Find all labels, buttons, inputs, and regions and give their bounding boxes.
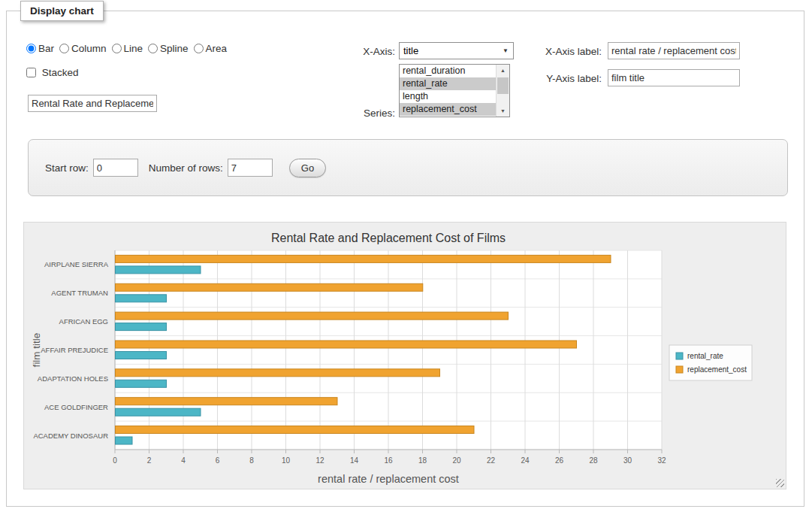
series-option-rental_duration[interactable]: rental_duration [400,65,497,77]
scroll-up-icon[interactable]: ▲ [497,65,509,76]
x-axis-title: rental rate / replacement cost [318,473,459,485]
category-label: ACADEMY DINOSAUR [33,432,108,440]
series-options: rental_durationrental_ratelengthreplacem… [400,65,497,117]
legend-swatch [676,353,683,359]
bar-rental_rate [116,352,167,359]
num-rows-label: Number of rows: [149,162,223,174]
category-label: AIRPLANE SIERRA [44,260,109,268]
xaxis-select[interactable]: title ▼ [399,42,514,59]
series-label: Series: [320,108,395,119]
bar-replacement_cost [116,255,611,262]
category-label: ACE GOLDFINGER [44,403,108,411]
x-tick-label: 12 [315,456,324,465]
chart-type-radio-bar[interactable] [26,44,36,53]
x-tick-label: 22 [487,456,496,465]
x-tick-label: 2 [147,456,152,465]
bar-replacement_cost [116,312,509,320]
x-tick-label: 18 [418,456,427,465]
chart-type-radio-label: Area [206,43,228,54]
scroll-down-icon[interactable]: ▼ [497,105,509,117]
series-option-rental_rate[interactable]: rental_rate [400,77,497,90]
legend-box [669,345,752,380]
chart-type-radio-label: Column [71,43,107,54]
chart-type-spline[interactable]: Spline [148,43,189,54]
chart-type-bar[interactable]: Bar [26,43,54,54]
series-listbox[interactable]: rental_durationrental_ratelengthreplacem… [399,64,510,117]
chart-canvas: 02468101214161820222426283032AIRPLANE SI… [26,225,783,486]
category-label: ADAPTATION HOLES [38,374,108,383]
chart-type-column[interactable]: Column [59,43,107,54]
x-tick-label: 28 [589,456,598,465]
xaxis-field-label: X-Axis label: [509,46,602,57]
legend-label: rental_rate [687,352,723,360]
start-row-label: Start row: [45,162,89,174]
bar-replacement_cost [116,426,475,434]
row-controls: Start row: Number of rows: Go [45,140,326,195]
chart-legend: rental_ratereplacement_cost [669,345,752,380]
series-option-length[interactable]: length [400,90,497,103]
legend-swatch [676,366,683,373]
resize-handle-icon[interactable] [776,479,784,487]
x-tick-label: 16 [384,456,393,465]
chart-panel: 02468101214161820222426283032AIRPLANE SI… [23,222,786,489]
chart-type-radio-label: Bar [38,43,54,54]
x-tick-label: 6 [216,456,220,465]
chart-title-input[interactable] [28,95,157,112]
chart-type-line[interactable]: Line [112,43,143,54]
legend-item-rental_rate[interactable]: rental_rate [676,352,723,360]
legend-item-replacement_cost[interactable]: replacement_cost [676,365,747,374]
yaxis-label-input[interactable] [608,69,740,86]
series-option-replacement_cost[interactable]: replacement_cost [400,103,497,116]
bar-rental_rate [116,266,201,274]
bar-replacement_cost [116,369,440,377]
bar-rental_rate [116,437,133,444]
chart-type-radio-label: Line [124,43,143,54]
chart-title: Rental Rate and Replacement Cost of Film… [271,232,506,244]
x-tick-label: 0 [113,456,117,465]
xaxis-label: X-Axis: [320,46,395,57]
chart-type-radio-line[interactable] [112,44,122,53]
x-tick-label: 32 [657,456,666,465]
go-button[interactable]: Go [289,159,326,177]
start-row-input[interactable] [93,159,138,177]
page: Display chart BarColumnLineSplineArea St… [0,0,812,512]
chart-type-area[interactable]: Area [194,43,228,54]
chevron-down-icon: ▼ [503,43,509,59]
yaxis-field-label: Y-Axis label: [509,73,602,84]
num-rows-input[interactable] [228,159,273,177]
stacked-checkbox[interactable] [26,68,36,77]
stacked-checkbox-row[interactable]: Stacked [26,67,79,78]
bar-rental_rate [116,380,167,387]
y-axis-title: film title [31,333,42,368]
row-controls-panel: Start row: Number of rows: Go [28,139,788,196]
x-tick-label: 20 [452,456,461,465]
legend-label: replacement_cost [687,365,747,374]
bar-rental_rate [116,295,167,302]
chart-type-radio-label: Spline [160,43,189,54]
series-scrollbar[interactable]: ▲ ▼ [496,65,509,117]
bar-replacement_cost [116,341,577,348]
x-tick-label: 26 [555,456,564,465]
xaxis-select-value: title [403,45,418,56]
category-label: AFRICAN EGG [59,317,108,326]
bar-replacement_cost [116,283,423,291]
chart-type-radio-area[interactable] [194,44,204,53]
x-tick-label: 24 [521,456,530,465]
bar-rental_rate [116,408,201,416]
bar-rental_rate [116,323,167,331]
category-label: AGENT TRUMAN [51,289,108,297]
chart-type-radio-column[interactable] [59,44,69,53]
chart-type-radios: BarColumnLineSplineArea [26,43,232,54]
panel-legend: Display chart [20,1,104,21]
x-tick-label: 14 [350,456,359,465]
x-tick-label: 10 [282,456,291,465]
stacked-label: Stacked [42,67,79,78]
bar-replacement_cost [116,398,338,405]
xaxis-label-input[interactable] [608,42,740,59]
display-chart-panel: Display chart BarColumnLineSplineArea St… [6,11,804,507]
x-tick-label: 30 [623,456,632,465]
scrollbar-thumb[interactable] [497,77,509,94]
chart-type-radio-spline[interactable] [148,44,158,53]
x-tick-label: 4 [181,456,186,465]
category-label: AFFAIR PREJUDICE [41,346,108,354]
